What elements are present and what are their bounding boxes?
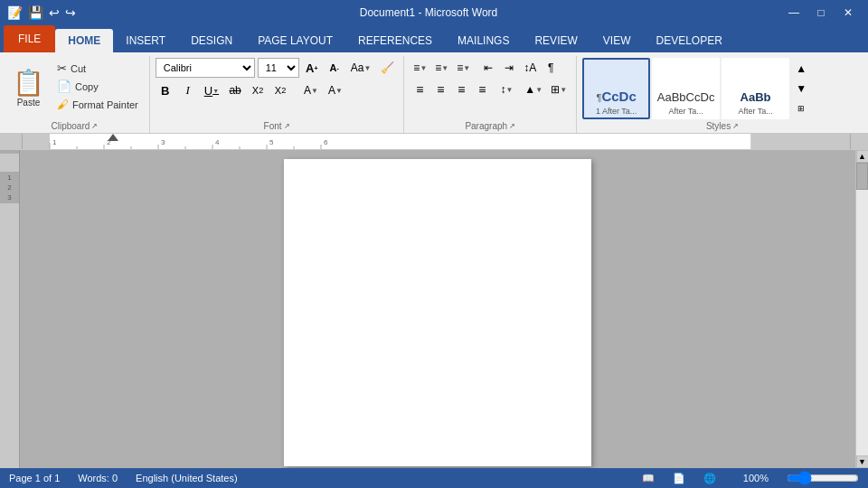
clipboard-sub: ✂ Cut 📄 Copy 🖌 Format Painter	[52, 58, 144, 119]
styles-scroll-up[interactable]: ▲	[791, 60, 811, 78]
decrease-indent-button[interactable]: ⇤	[478, 58, 498, 78]
clipboard-group-content: 📋 Paste ✂ Cut 📄 Copy 🖌 Format Painter	[5, 56, 144, 119]
tab-review[interactable]: REVIEW	[522, 29, 590, 52]
tab-design[interactable]: DESIGN	[178, 29, 245, 52]
cut-label: Cut	[71, 63, 86, 74]
undo-icon[interactable]: ↩	[49, 5, 60, 20]
justify-button[interactable]: ≡	[472, 80, 492, 99]
subscript-button[interactable]: X2	[248, 80, 268, 100]
paragraph-group: ≡▼ ≡▼ ≡▼ ⇤ ⇥ ↕A ¶ ≡ ≡ ≡ ≡ ↕▼ ▲▼ ⊞▼	[404, 56, 577, 133]
shading-button[interactable]: ▲▼	[521, 80, 546, 99]
format-painter-button[interactable]: 🖌 Format Painter	[53, 96, 142, 113]
cut-button[interactable]: ✂ Cut	[53, 60, 142, 77]
status-bar: Page 1 of 1 Words: 0 English (United Sta…	[0, 468, 868, 488]
align-right-button[interactable]: ≡	[451, 80, 471, 99]
sort-button[interactable]: ↕A	[520, 58, 540, 78]
tab-home[interactable]: HOME	[55, 29, 113, 52]
styles-expand-icon[interactable]: ↗	[732, 122, 739, 130]
underline-wrapper: U▼	[201, 80, 222, 100]
word-icon: 📝	[7, 5, 23, 20]
view-read-button[interactable]: 📖	[642, 473, 655, 484]
svg-text:3: 3	[161, 138, 165, 146]
tab-file[interactable]: FILE	[4, 25, 55, 52]
scroll-up-button[interactable]: ▲	[856, 150, 869, 163]
tab-references[interactable]: REFERENCES	[345, 29, 445, 52]
align-left-button[interactable]: ≡	[410, 80, 429, 99]
underline-button[interactable]: U▼	[201, 80, 222, 100]
vertical-scrollbar[interactable]: ▲ ▼	[855, 150, 868, 468]
tab-developer[interactable]: DEVELOPER	[643, 29, 734, 52]
scroll-down-button[interactable]: ▼	[856, 455, 869, 468]
multilevel-list-button[interactable]: ≡▼	[453, 58, 474, 78]
bullet-list-button[interactable]: ≡▼	[410, 58, 430, 78]
italic-button[interactable]: I	[178, 80, 198, 100]
text-highlight-button[interactable]: A ▼	[300, 80, 322, 100]
zoom-slider[interactable]	[787, 471, 859, 485]
line-spacing-button[interactable]: ↕▼	[496, 80, 516, 99]
style-item-2[interactable]: AaBb After Ta...	[722, 58, 789, 119]
title-bar-controls[interactable]: — □ ✕	[781, 0, 861, 25]
document-page[interactable]	[284, 159, 591, 466]
page-area: 1 2 3 ▲ ▼	[0, 150, 868, 468]
styles-group: ¶CcDc 1 After Ta... AaBbCcDc After Ta...…	[577, 56, 868, 133]
styles-group-label: Styles ↗	[582, 119, 863, 133]
clipboard-group: 📋 Paste ✂ Cut 📄 Copy 🖌 Format Painter	[0, 56, 150, 133]
tab-view[interactable]: VIEW	[590, 29, 644, 52]
clear-formatting-button[interactable]: 🧹	[377, 58, 398, 78]
bold-button[interactable]: B	[156, 80, 175, 100]
maximize-button[interactable]: □	[808, 0, 834, 25]
change-case-button[interactable]: Aa▼	[347, 58, 375, 78]
tab-mailings[interactable]: MAILINGS	[445, 29, 522, 52]
close-button[interactable]: ✕	[835, 0, 861, 25]
svg-rect-0	[23, 134, 850, 149]
styles-more-button[interactable]: ⊞	[791, 99, 811, 117]
svg-rect-1	[23, 134, 50, 149]
view-layout-button[interactable]: 📄	[673, 473, 685, 484]
copy-button[interactable]: 📄 Copy	[53, 78, 142, 95]
svg-rect-2	[750, 134, 850, 149]
grow-font-button[interactable]: A+	[302, 58, 322, 78]
numbered-list-button[interactable]: ≡▼	[431, 58, 452, 78]
strikethrough-button[interactable]: ab	[225, 80, 245, 100]
borders-button[interactable]: ⊞▼	[547, 80, 571, 99]
font-group: Calibri 11 89101112141618202428364872 A+…	[150, 56, 405, 133]
cut-icon: ✂	[57, 61, 67, 75]
style-item-0[interactable]: ¶CcDc 1 After Ta...	[582, 58, 650, 119]
font-expand-icon[interactable]: ↗	[284, 122, 290, 130]
scroll-thumb[interactable]	[856, 163, 868, 190]
redo-icon[interactable]: ↪	[65, 5, 76, 20]
style-label-1: After Ta...	[668, 107, 703, 116]
superscript-button[interactable]: X2	[270, 80, 290, 100]
style-label-2: After Ta...	[738, 107, 772, 116]
tab-page-layout[interactable]: PAGE LAYOUT	[245, 29, 345, 52]
tab-insert[interactable]: INSERT	[113, 29, 178, 52]
style-item-1[interactable]: AaBbCcDc After Ta...	[652, 58, 720, 119]
ruler-left-margin	[0, 134, 23, 149]
increase-indent-button[interactable]: ⇥	[499, 58, 519, 78]
ruler-content[interactable]: 1 2 3 4 5 6	[23, 134, 850, 149]
font-color-button[interactable]: A ▼	[325, 80, 346, 100]
title-bar: 📝 💾 ↩ ↪ Document1 - Microsoft Word — □ ✕	[0, 0, 868, 25]
copy-icon: 📄	[57, 80, 71, 93]
svg-text:4: 4	[215, 138, 220, 146]
clipboard-expand-icon[interactable]: ↗	[91, 122, 98, 130]
font-size-select[interactable]: 11 89101112141618202428364872	[258, 58, 299, 78]
font-name-select[interactable]: Calibri	[156, 58, 255, 78]
align-center-button[interactable]: ≡	[430, 80, 450, 99]
view-web-button[interactable]: 🌐	[703, 473, 716, 484]
ribbon-tabs: FILE HOME INSERT DESIGN PAGE LAYOUT REFE…	[0, 25, 868, 52]
paste-button[interactable]: 📋 Paste	[5, 58, 52, 119]
shrink-font-button[interactable]: A-	[325, 58, 344, 78]
page-scroll	[20, 150, 855, 468]
styles-scroll: ▲ ▼ ⊞	[791, 60, 811, 117]
v-ruler-top-margin	[0, 154, 19, 172]
para-expand-icon[interactable]: ↗	[509, 122, 515, 130]
show-hide-button[interactable]: ¶	[541, 58, 561, 78]
font-row1: Calibri 11 89101112141618202428364872 A+…	[156, 58, 399, 78]
svg-text:6: 6	[324, 138, 328, 146]
svg-text:1: 1	[52, 138, 57, 146]
save-icon[interactable]: 💾	[28, 5, 43, 20]
minimize-button[interactable]: —	[781, 0, 807, 25]
styles-scroll-down[interactable]: ▼	[791, 80, 811, 98]
title-bar-title: Document1 - Microsoft Word	[76, 6, 781, 19]
